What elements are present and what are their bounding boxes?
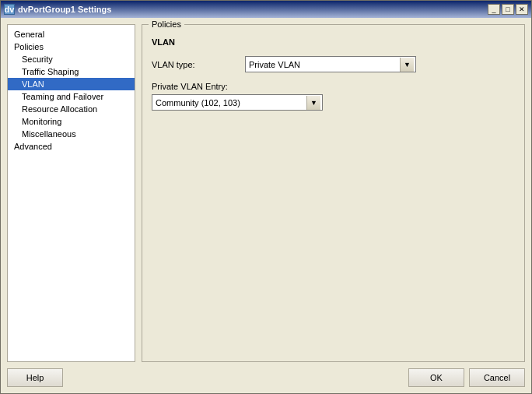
sidebar-item-security[interactable]: Security <box>8 53 135 65</box>
window-title: dvPortGroup1 Settings <box>18 5 111 14</box>
main-area: General Policies Security Traffic Shapin… <box>7 24 525 362</box>
sidebar-item-teaming-failover[interactable]: Teaming and Failover <box>8 90 135 103</box>
help-button[interactable]: Help <box>7 368 63 387</box>
sidebar-item-miscellaneous[interactable]: Miscellaneous <box>8 128 135 140</box>
sidebar: General Policies Security Traffic Shapin… <box>7 24 135 362</box>
sidebar-item-vlan[interactable]: VLAN <box>8 78 135 90</box>
sidebar-item-general[interactable]: General <box>8 28 135 40</box>
policies-group-box: Policies VLAN VLAN type: Private VLAN ▼ … <box>142 24 525 362</box>
maximize-button[interactable]: □ <box>502 4 514 15</box>
sidebar-item-monitoring[interactable]: Monitoring <box>8 115 135 128</box>
private-vlan-dropdown[interactable]: Community (102, 103) ▼ <box>152 94 323 111</box>
close-button[interactable]: ✕ <box>516 4 528 15</box>
right-panel: Policies VLAN VLAN type: Private VLAN ▼ … <box>142 24 525 362</box>
vlan-type-label: VLAN type: <box>152 60 245 69</box>
group-box-title: Policies <box>149 19 184 29</box>
vlan-type-row: VLAN type: Private VLAN ▼ <box>152 56 515 72</box>
window-icon: dv <box>4 4 15 15</box>
private-vlan-entry-value: Community (102, 103) <box>156 98 306 107</box>
sidebar-item-advanced[interactable]: Advanced <box>8 140 135 153</box>
sidebar-item-traffic-shaping[interactable]: Traffic Shaping <box>8 65 135 78</box>
cancel-button[interactable]: Cancel <box>469 368 525 387</box>
private-vlan-dropdown-arrow: ▼ <box>306 96 320 110</box>
minimize-button[interactable]: _ <box>488 4 500 15</box>
vlan-type-dropdown[interactable]: Private VLAN ▼ <box>245 56 416 72</box>
private-vlan-entry-label: Private VLAN Entry: <box>152 82 515 91</box>
window-content: General Policies Security Traffic Shapin… <box>1 18 531 393</box>
sidebar-item-policies[interactable]: Policies <box>8 40 135 53</box>
vlan-type-value: Private VLAN <box>249 60 400 69</box>
vlan-type-dropdown-arrow: ▼ <box>400 58 414 72</box>
sidebar-item-resource-allocation[interactable]: Resource Allocation <box>8 103 135 115</box>
title-bar: dv dvPortGroup1 Settings _ □ ✕ <box>1 1 531 18</box>
main-window: dv dvPortGroup1 Settings _ □ ✕ General P… <box>0 0 532 394</box>
private-vlan-section: Private VLAN Entry: Community (102, 103)… <box>152 82 515 111</box>
bottom-bar: Help OK Cancel <box>7 362 525 387</box>
section-title: VLAN <box>152 37 515 47</box>
ok-button[interactable]: OK <box>408 368 464 387</box>
